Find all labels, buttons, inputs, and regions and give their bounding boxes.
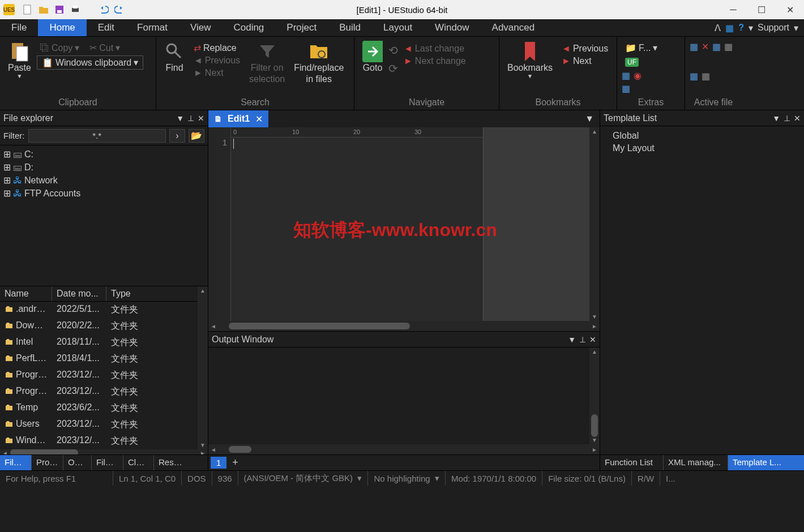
panel-dropdown-icon[interactable]: ▼ — [176, 114, 184, 123]
af-icon-1[interactable]: ▦ — [690, 41, 698, 52]
menu-window[interactable]: Window — [424, 19, 480, 36]
tree-item-ftp[interactable]: ⊞🖧FTP Accounts — [3, 187, 204, 200]
status-eol[interactable]: DOS — [182, 471, 212, 486]
find-previous-button[interactable]: ◄Previous — [190, 54, 243, 67]
tree-item-c[interactable]: ⊞🖴C: — [3, 148, 204, 161]
tpl-pin-icon[interactable]: ⊥ — [784, 114, 790, 123]
tab-filelist[interactable]: File l... — [92, 455, 123, 470]
undo-icon[interactable] — [97, 3, 110, 16]
bookmark-next-button[interactable]: ►Next — [558, 55, 611, 67]
table-row[interactable]: 🖿Downlo...2020/2/2...文件夹 — [0, 318, 198, 334]
col-name[interactable]: Name — [0, 286, 52, 301]
nav-back-icon[interactable]: ⟲ — [388, 44, 398, 57]
find-button[interactable]: Find — [161, 39, 188, 75]
status-encoding[interactable]: (ANSI/OEM - 简体中文 GBK) ▾ — [238, 471, 369, 486]
file-list-scrollbar[interactable]: ▼ — [198, 302, 208, 449]
status-position[interactable]: Ln 1, Col 1, C0 — [113, 471, 182, 486]
menu-project[interactable]: Project — [275, 19, 328, 36]
menu-layout[interactable]: Layout — [372, 19, 424, 36]
editor-tab-edit1[interactable]: 🗎 Edit1 ✕ — [208, 110, 268, 127]
windows-clipboard-button[interactable]: 📋Windows clipboard ▾ — [37, 55, 143, 70]
status-highlight[interactable]: No highlighting ▾ — [368, 471, 446, 486]
last-change-button[interactable]: ◄Last change — [400, 42, 469, 55]
output-close-icon[interactable]: ✕ — [589, 335, 596, 344]
filter-go-button[interactable]: › — [169, 129, 185, 143]
menu-home[interactable]: Home — [38, 19, 86, 36]
file-list-hscroll[interactable]: ◄► — [0, 449, 208, 454]
next-change-button[interactable]: ►Next change — [400, 55, 469, 67]
editor-vscroll[interactable]: ▲▼ — [589, 127, 600, 321]
close-button[interactable]: ✕ — [776, 0, 804, 19]
tab-function-list[interactable]: Function List — [600, 455, 664, 470]
paste-button[interactable]: Paste ▼ — [5, 39, 35, 81]
table-row[interactable]: 🖿Users2023/12/...文件夹 — [0, 417, 198, 433]
status-insert[interactable]: I... — [660, 471, 681, 486]
cut-button[interactable]: ✂Cut ▾ — [86, 41, 123, 54]
template-item-mylayout[interactable]: My Layout — [606, 142, 798, 155]
table-row[interactable]: 🖿PerfLogs2018/4/1...文件夹 — [0, 351, 198, 367]
table-row[interactable]: 🖿Intel2018/11/...文件夹 — [0, 334, 198, 351]
table-row[interactable]: 🖿Progra...2023/12/...文件夹 — [0, 384, 198, 400]
col-date[interactable]: Date mo... — [52, 286, 106, 301]
tabs-dropdown-icon[interactable]: ▼ — [579, 110, 600, 127]
output-pin-icon[interactable]: ⊥ — [579, 335, 586, 344]
support-link[interactable]: Support — [758, 23, 789, 33]
goto-button[interactable]: Goto — [359, 39, 386, 75]
filter-browse-button[interactable]: 📂 — [189, 129, 204, 143]
add-view-tab[interactable]: + — [229, 457, 242, 469]
minimap[interactable] — [483, 127, 589, 321]
col-type[interactable]: Type — [106, 286, 198, 301]
menu-format[interactable]: Format — [126, 19, 179, 36]
menu-advanced[interactable]: Advanced — [481, 19, 546, 36]
bookmarks-button[interactable]: Bookmarks ▼ — [504, 39, 556, 81]
tree-item-d[interactable]: ⊞🖴D: — [3, 161, 204, 174]
extras-icon-2[interactable]: ◉ — [634, 70, 642, 81]
af-icon-6[interactable]: ▦ — [702, 71, 710, 81]
bookmark-previous-button[interactable]: ◄Previous — [558, 42, 611, 55]
menu-edit[interactable]: Edit — [87, 19, 126, 36]
tab-xml-manager[interactable]: XML manag... — [664, 455, 728, 470]
minimize-button[interactable]: ─ — [719, 0, 747, 19]
tab-template-list[interactable]: Template L... — [728, 455, 804, 470]
editor-area[interactable]: 1 0102030 知软博客-www.knowr.cn ▲▼ — [208, 127, 600, 321]
view-tab-1[interactable]: 1 — [211, 457, 226, 469]
table-row[interactable]: 🖿Windows2023/12/...文件夹 — [0, 433, 198, 449]
filter-selection-button[interactable]: Filter on selection — [246, 39, 288, 87]
find-in-files-button[interactable]: Find/replace in files — [290, 39, 347, 87]
tab-open[interactable]: Ope... — [63, 455, 92, 470]
table-row[interactable]: 🖿Temp2023/6/2...文件夹 — [0, 400, 198, 417]
output-dropdown-icon[interactable]: ▼ — [568, 335, 576, 344]
menu-file[interactable]: File — [0, 19, 38, 36]
af-icon-2[interactable]: ✕ — [702, 41, 709, 52]
find-next-button[interactable]: ►Next — [190, 67, 243, 79]
print-icon[interactable] — [69, 3, 82, 16]
af-icon-5[interactable]: ▦ — [690, 71, 698, 81]
extras-icon-3[interactable]: ▦ — [622, 83, 630, 94]
menu-build[interactable]: Build — [328, 19, 372, 36]
favorites-button[interactable]: 📁F... ▾ — [622, 41, 661, 54]
tab-class[interactable]: Clas... — [123, 455, 154, 470]
menu-coding[interactable]: Coding — [222, 19, 275, 36]
panel-pin-icon[interactable]: ⊥ — [187, 114, 194, 123]
table-row[interactable]: 🖿.android2022/5/1...文件夹 — [0, 302, 198, 318]
tpl-close-icon[interactable]: ✕ — [794, 114, 801, 123]
new-file-icon[interactable] — [22, 3, 34, 16]
table-row[interactable]: 🖿Progra...2023/12/...文件夹 — [0, 367, 198, 384]
tab-resource[interactable]: Reso... — [154, 455, 187, 470]
collapse-ribbon-icon[interactable]: ᐱ — [715, 23, 721, 33]
nav-forward-icon[interactable]: ⟳ — [388, 62, 398, 75]
copy-button[interactable]: ⿻Copy ▾ — [37, 41, 83, 54]
replace-button[interactable]: ⇄Replace — [190, 41, 243, 54]
output-vscroll[interactable]: ▲▼ — [589, 347, 600, 444]
status-readwrite[interactable]: R/W — [632, 471, 660, 486]
output-hscroll[interactable]: ◄► — [208, 444, 600, 454]
scroll-up-icon[interactable]: ▲ — [200, 288, 206, 294]
save-icon[interactable] — [53, 3, 66, 16]
filter-input[interactable] — [28, 129, 166, 143]
ribbon-layout-icon[interactable]: ▦ — [725, 23, 734, 33]
menu-view[interactable]: View — [179, 19, 223, 36]
tpl-dropdown-icon[interactable]: ▼ — [772, 114, 780, 123]
redo-icon[interactable] — [113, 3, 126, 16]
panel-close-icon[interactable]: ✕ — [198, 114, 204, 123]
help-icon[interactable]: ? — [738, 23, 744, 33]
